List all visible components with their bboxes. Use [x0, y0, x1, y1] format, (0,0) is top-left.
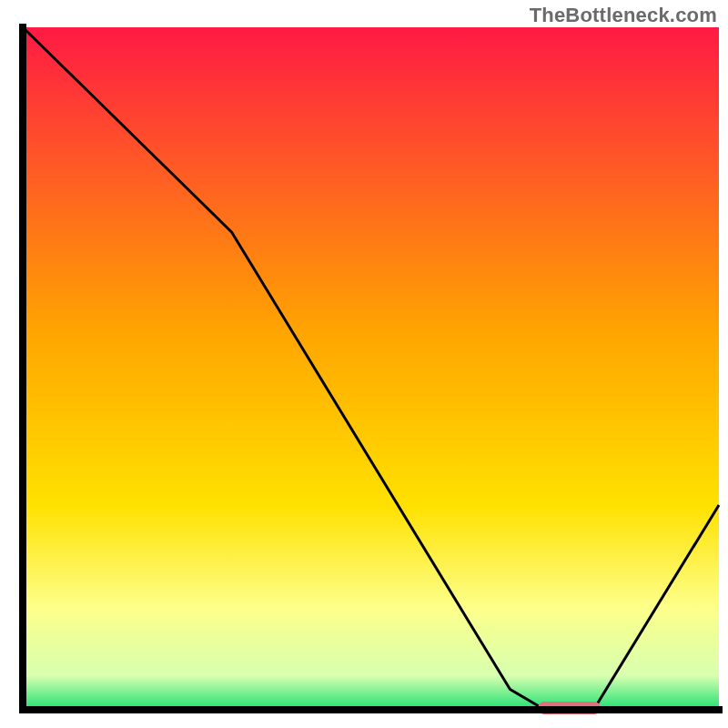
bottleneck-chart [0, 0, 728, 728]
chart-container: TheBottleneck.com [0, 0, 728, 728]
watermark-label: TheBottleneck.com [530, 4, 717, 27]
